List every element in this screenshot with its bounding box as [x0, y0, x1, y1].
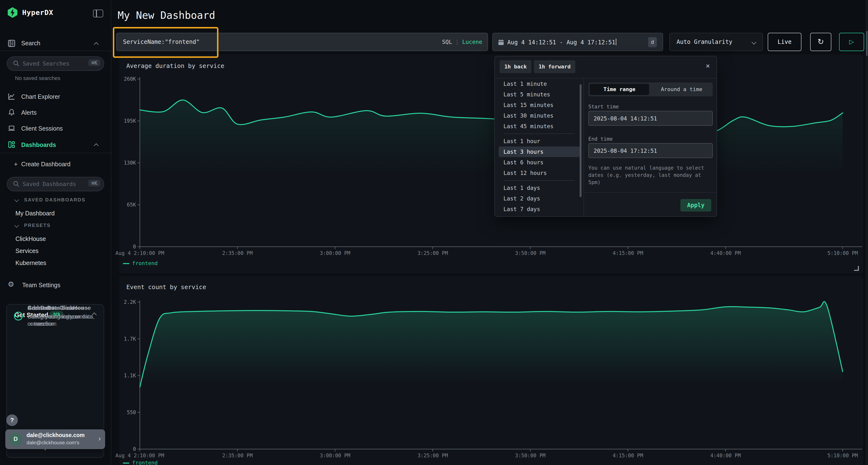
calendar-icon	[498, 39, 504, 46]
user-subtext: dale@clickhouse.com's	[27, 439, 79, 445]
granularity-select[interactable]: Auto Granularity	[669, 33, 763, 51]
svg-text:195K: 195K	[124, 118, 136, 124]
start-time-label: Start time	[588, 104, 619, 109]
divider	[0, 51, 111, 51]
preset-link[interactable]: Kubernetes	[16, 257, 46, 269]
svg-text:2:35:00 PM: 2:35:00 PM	[222, 453, 253, 459]
legend-line-swatch	[123, 462, 129, 463]
svg-text:0: 0	[133, 244, 136, 250]
panel-resize-handle[interactable]	[854, 266, 859, 271]
dashboards-icon	[8, 141, 16, 148]
create-dashboard-button[interactable]: + Create Dashboard	[0, 159, 111, 171]
tab-around-a-time[interactable]: Around a time	[652, 84, 711, 95]
sidebar-item-alerts[interactable]: Alerts	[0, 107, 111, 120]
query-value: ServiceName:"frontend"	[123, 38, 199, 45]
time-picker-detail: Time range Around a time Start time End …	[584, 78, 717, 217]
end-time-label: End time	[588, 136, 613, 142]
page-scrollbar[interactable]	[866, 0, 868, 465]
svg-text:3:25:00 PM: 3:25:00 PM	[417, 250, 448, 256]
saved-dashboards-input[interactable]: Saved Dashboards ⌘K	[7, 177, 104, 191]
search-icon	[13, 181, 19, 187]
svg-text:3:50:00 PM: 3:50:00 PM	[515, 453, 546, 459]
time-range-option[interactable]: Last 15 minutes	[499, 100, 580, 110]
divider	[503, 180, 575, 181]
time-picker-popup: 1h back 1h forward ✕ Last 1 minuteLast 5…	[494, 56, 717, 217]
chevron-down-icon	[14, 223, 19, 228]
sidebar-item-team-settings[interactable]: ⚙ Team Settings	[0, 280, 111, 293]
svg-text:5:10:00 PM: 5:10:00 PM	[828, 453, 858, 459]
live-button[interactable]: Live	[768, 33, 802, 51]
tab-time-range[interactable]: Time range	[590, 84, 649, 95]
time-range-option[interactable]: Last 1 hour	[499, 136, 580, 146]
line-chart[interactable]: 065K130K195K260KAug 4 2:10:00 PM2:35:00 …	[119, 55, 863, 274]
start-time-field[interactable]	[588, 111, 713, 126]
shift-back-button[interactable]: 1h back	[500, 60, 532, 73]
page-scrollbar-thumb[interactable]	[866, 31, 868, 56]
chevron-down-icon	[14, 197, 19, 202]
preset-link[interactable]: ClickHouse	[16, 233, 46, 245]
duration-badge: d	[648, 37, 657, 47]
checklist-item[interactable]: Add Data Start sending logs, metrics, or…	[13, 304, 99, 328]
shortcut-badge: ⌘K	[89, 59, 100, 66]
sidebar-collapse-icon[interactable]	[93, 10, 103, 18]
search-doc-icon	[8, 39, 16, 47]
group-saved-dashboards[interactable]: SAVED DASHBOARDS	[15, 197, 86, 202]
chart-legend[interactable]: frontend	[123, 460, 158, 465]
time-picker-tabs: Time range Around a time	[588, 82, 713, 96]
text-caret	[616, 38, 617, 45]
refresh-button[interactable]: ↻	[810, 33, 831, 51]
time-range-option[interactable]: Last 7 days	[499, 204, 580, 214]
query-language-toggle: SQL|Lucene	[442, 38, 482, 45]
legend-label: frontend	[132, 460, 158, 465]
close-icon[interactable]: ✕	[706, 62, 710, 69]
time-range-option[interactable]: Last 2 days	[499, 193, 580, 204]
help-button[interactable]: ?	[6, 414, 18, 426]
time-range-option[interactable]: Last 14 days	[499, 214, 580, 217]
time-range-option[interactable]: Last 1 minute	[499, 78, 580, 89]
svg-text:4:15:00 PM: 4:15:00 PM	[613, 453, 643, 459]
svg-text:4:40:00 PM: 4:40:00 PM	[710, 250, 741, 256]
time-range-option[interactable]: Last 45 minutes	[499, 121, 580, 132]
group-label: PRESETS	[24, 223, 51, 228]
time-range-input[interactable]: Aug 4 14:12:51 - Aug 4 17:12:51 d	[492, 33, 663, 51]
app-window: HyperDX Search Saved Searches ⌘K No save…	[0, 0, 868, 465]
sidebar-item-dashboards[interactable]: Dashboards	[0, 140, 111, 152]
query-search-input[interactable]: ServiceName:"frontend" SQL|Lucene	[116, 33, 488, 51]
divider	[503, 133, 575, 134]
sidebar-item-chart-explorer[interactable]: Chart Explorer	[0, 92, 111, 104]
time-range-option[interactable]: Last 6 hours	[499, 157, 580, 168]
laptop-icon	[8, 124, 16, 132]
time-range-option[interactable]: Last 3 hours	[499, 146, 580, 157]
search-icon	[13, 60, 19, 66]
svg-text:1.1K: 1.1K	[124, 373, 136, 378]
mode-separator: |	[456, 38, 459, 45]
sidebar-item-label: Dashboards	[21, 142, 56, 148]
time-range-option[interactable]: Last 30 minutes	[499, 110, 580, 121]
scrollbar-thumb[interactable]	[580, 84, 582, 197]
chevron-up-icon	[94, 42, 99, 47]
saved-dashboard-link[interactable]: My Dashboard	[16, 207, 55, 219]
sidebar-item-client-sessions[interactable]: Client Sessions	[0, 123, 111, 136]
group-presets[interactable]: PRESETS	[15, 223, 51, 228]
shift-forward-button[interactable]: 1h forward	[534, 60, 575, 73]
time-range-option[interactable]: Last 5 minutes	[499, 89, 580, 100]
saved-searches-input[interactable]: Saved Searches ⌘K	[7, 56, 104, 71]
legend-line-swatch	[123, 263, 129, 264]
time-range-option[interactable]: Last 12 hours	[499, 168, 580, 178]
sql-mode-button[interactable]: SQL	[442, 38, 452, 45]
play-icon: ▷	[849, 38, 854, 45]
chart-panel-event-count: Event count by service 05501.1K1.7K2.2KA…	[119, 276, 863, 465]
preset-link[interactable]: Services	[16, 245, 46, 257]
line-chart[interactable]: 05501.1K1.7K2.2KAug 4 2:10:00 PM2:35:00 …	[119, 276, 863, 465]
run-button[interactable]: ▷	[839, 33, 864, 51]
svg-text:Aug 4 2:10:00 PM: Aug 4 2:10:00 PM	[116, 250, 164, 256]
chart-legend[interactable]: frontend	[123, 260, 158, 266]
chevron-down-icon	[751, 40, 756, 44]
apply-button[interactable]: Apply	[680, 199, 711, 211]
user-menu[interactable]: D dale@clickhouse.com dale@clickhouse.co…	[5, 429, 105, 449]
divider	[584, 192, 717, 193]
end-time-field[interactable]	[588, 143, 713, 158]
svg-text:3:00:00 PM: 3:00:00 PM	[320, 453, 350, 459]
time-range-option[interactable]: Last 1 days	[499, 182, 580, 193]
lucene-mode-button[interactable]: Lucene	[462, 38, 482, 45]
